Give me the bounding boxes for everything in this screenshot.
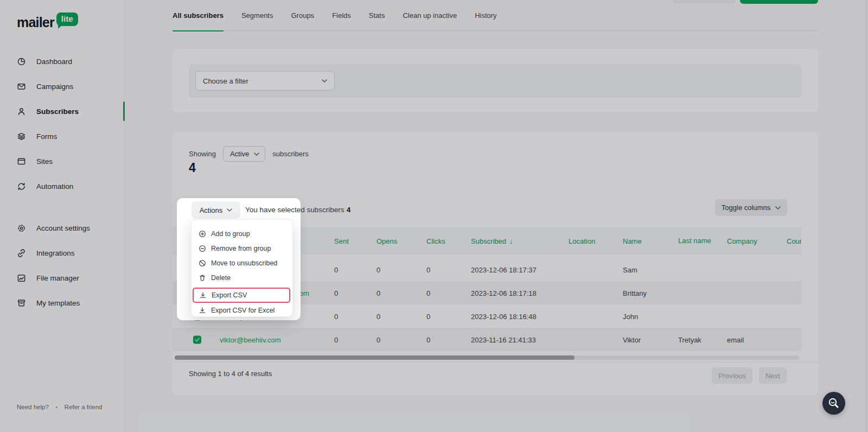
trash-icon [199,274,206,282]
help-beacon-button[interactable] [822,392,845,415]
menu-item-export-csv[interactable]: Export CSV [193,288,290,303]
chevron-down-icon [227,208,232,212]
menu-item-label: Move to unsubscribed [211,259,277,267]
actions-dropdown-menu: Add to group Remove from group Move to u… [191,219,293,317]
menu-item-label: Export CSV for Excel [211,307,275,314]
menu-item-delete[interactable]: Delete [192,270,292,285]
minus-circle-icon [199,245,206,252]
selection-label: You have selected subscribers [245,206,344,214]
menu-item-move-to-unsubscribed[interactable]: Move to unsubscribed [192,256,292,270]
menu-item-label: Export CSV [212,291,247,299]
dim-overlay [0,0,868,432]
menu-item-export-csv-for-excel[interactable]: Export CSV for Excel [192,303,292,317]
menu-item-label: Delete [211,274,231,282]
menu-item-add-to-group[interactable]: Add to group [192,226,292,241]
actions-label: Actions [200,206,223,214]
download-icon [199,307,206,314]
selection-status-text: You have selected subscribers4 [245,206,350,214]
magnifier-smile-icon [827,397,840,410]
selection-count: 4 [347,206,351,214]
plus-circle-icon [199,230,206,238]
menu-item-label: Remove from group [211,245,271,252]
download-icon [199,291,207,299]
menu-item-remove-from-group[interactable]: Remove from group [192,241,292,256]
app-window: mailer lite Dashboard Campaigns Subscrib… [0,0,868,432]
menu-item-label: Add to group [211,230,250,238]
ban-icon [199,259,206,267]
actions-button[interactable]: Actions [192,201,240,219]
